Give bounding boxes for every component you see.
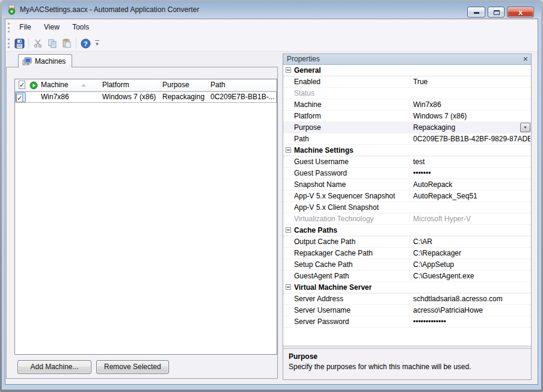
window-content: File View Tools xyxy=(5,19,538,385)
header-checkbox-cell[interactable]: ✓ xyxy=(15,79,27,91)
property-value[interactable]: Repackaging xyxy=(410,122,530,133)
property-value[interactable]: Windows 7 (x86) xyxy=(410,111,530,121)
properties-title: Properties xyxy=(287,55,320,63)
status-play-icon xyxy=(29,81,38,90)
row-purpose[interactable]: Repackaging xyxy=(161,91,209,103)
property-row-enabled[interactable]: EnabledTrue xyxy=(283,76,531,88)
property-value[interactable]: AutoRepack xyxy=(410,179,530,190)
property-row-output-cache-path[interactable]: Output Cache PathC:\AR xyxy=(283,236,531,248)
property-label: Platform xyxy=(294,111,406,121)
cut-button[interactable] xyxy=(31,37,45,50)
category-label: Machine Settings xyxy=(294,145,354,156)
remove-selected-button[interactable]: Remove Selected xyxy=(96,360,169,374)
property-row-setup-cache-path[interactable]: Setup Cache PathC:\AppSetup xyxy=(283,259,531,271)
property-value[interactable]: ••••••••••••• xyxy=(410,316,530,327)
property-row-virtualization-technology[interactable]: Virtualization TechnologyMicrosoft Hyper… xyxy=(283,213,531,225)
row-machine[interactable]: Win7x86 xyxy=(39,91,100,103)
property-value[interactable]: acresso\PatriciaHowe xyxy=(410,305,530,316)
title-bar[interactable]: MyAACSettings.aacx - Automated Applicati… xyxy=(2,1,541,19)
property-row-snapshot-name[interactable]: Snapshot NameAutoRepack xyxy=(283,179,531,191)
property-row-platform[interactable]: PlatformWindows 7 (x86) xyxy=(283,111,531,122)
property-row-app-v-5-x-sequencer-snapshot[interactable]: App-V 5.x Sequencer SnapshotAutoRepack_S… xyxy=(283,191,531,202)
category-row-virtual-machine-server[interactable]: Virtual Machine Server xyxy=(283,282,531,293)
property-value[interactable]: AutoRepack_Seq51 xyxy=(410,191,530,201)
collapse-minus-icon[interactable] xyxy=(286,67,291,73)
paste-button[interactable] xyxy=(60,37,74,50)
property-value[interactable]: Win7x86 xyxy=(410,99,530,110)
header-path[interactable]: Path xyxy=(209,79,277,91)
row-checkbox-checked-icon[interactable]: ✓ xyxy=(16,94,23,102)
property-value[interactable]: C:\Repackager xyxy=(410,248,530,259)
property-row-guestagent-path[interactable]: GuestAgent PathC:\GuestAgent.exe xyxy=(283,271,531,282)
menu-view[interactable]: View xyxy=(38,19,65,35)
property-row-status[interactable]: Status xyxy=(283,88,531,99)
category-row-cache-paths[interactable]: Cache Paths xyxy=(283,225,531,236)
category-row-machine-settings[interactable]: Machine Settings xyxy=(283,145,531,156)
property-row-app-v-5-x-client-snapshot[interactable]: App-V 5.x Client Snapshot xyxy=(283,202,531,213)
property-value[interactable]: C:\GuestAgent.exe xyxy=(410,271,530,281)
property-row-path[interactable]: Path0C209E7B-BB1B-42BF-9829-87ADED2E8 xyxy=(283,133,531,145)
property-row-server-address[interactable]: Server Addressschdtladsaria8.acresso.com xyxy=(283,293,531,305)
category-label: General xyxy=(294,65,321,76)
property-value[interactable]: 0C209E7B-BB1B-42BF-9829-87ADED2E8 xyxy=(410,133,530,144)
machines-tab-icon xyxy=(22,57,32,66)
save-button[interactable] xyxy=(12,37,26,50)
property-value[interactable]: ••••••• xyxy=(410,168,530,179)
property-label: Server Username xyxy=(294,305,406,316)
close-button[interactable]: x xyxy=(507,7,534,17)
property-value[interactable]: schdtladsaria8.acresso.com xyxy=(410,293,530,304)
dropdown-button[interactable]: ▼ xyxy=(520,123,530,132)
category-label: Virtual Machine Server xyxy=(294,282,372,293)
tab-machines-label: Machines xyxy=(35,57,66,66)
menu-tools[interactable]: Tools xyxy=(67,19,94,35)
toolbar-grip-icon[interactable] xyxy=(8,38,10,48)
property-label: Server Address xyxy=(294,293,406,304)
header-platform-label: Platform xyxy=(102,81,129,89)
property-label: Enabled xyxy=(294,76,406,87)
property-description: Purpose Specify the purposes for which t… xyxy=(283,348,531,379)
property-value[interactable]: C:\AppSetup xyxy=(410,259,530,270)
checkbox-checked-icon[interactable]: ✓ xyxy=(19,81,25,89)
properties-close-icon[interactable]: × xyxy=(523,54,528,64)
table-row[interactable]: ✓ Win7x86 Windows 7 (x86) Repackaging 0C… xyxy=(15,91,277,103)
property-row-guest-password[interactable]: Guest Password••••••• xyxy=(283,168,531,179)
row-checkbox-cell[interactable]: ✓ xyxy=(15,91,27,103)
property-row-server-password[interactable]: Server Password••••••••••••• xyxy=(283,316,531,328)
properties-header[interactable]: Properties × xyxy=(283,54,531,65)
property-row-repackager-cache-path[interactable]: Repackager Cache PathC:\Repackager xyxy=(283,248,531,259)
property-value[interactable]: True xyxy=(410,76,530,87)
row-platform[interactable]: Windows 7 (x86) xyxy=(100,91,161,103)
property-row-guest-username[interactable]: Guest Usernametest xyxy=(283,156,531,168)
property-row-purpose[interactable]: PurposeRepackaging▼ xyxy=(283,122,531,133)
add-machine-button[interactable]: Add Machine... xyxy=(17,360,91,374)
minimize-button[interactable] xyxy=(467,7,485,17)
collapse-minus-icon[interactable] xyxy=(286,147,291,153)
category-label: Cache Paths xyxy=(294,225,337,236)
header-purpose[interactable]: Purpose xyxy=(161,79,209,91)
maximize-button[interactable] xyxy=(488,7,505,17)
menu-grip-icon[interactable] xyxy=(8,23,10,32)
row-path[interactable]: 0C209E7B-BB1B-... xyxy=(209,91,277,103)
category-row-general[interactable]: General xyxy=(283,65,531,76)
property-label: Output Cache Path xyxy=(294,236,406,247)
property-value[interactable]: test xyxy=(410,156,530,167)
property-row-machine[interactable]: MachineWin7x86 xyxy=(283,99,531,111)
property-label: App-V 5.x Client Snapshot xyxy=(294,202,406,213)
help-icon: ? xyxy=(81,38,91,49)
property-value[interactable]: Microsoft Hyper-V xyxy=(410,213,530,224)
property-value[interactable]: C:\AR xyxy=(410,236,530,247)
tab-machines[interactable]: Machines xyxy=(18,54,72,67)
toolbar-overflow-icon[interactable]: ▼ xyxy=(94,40,100,47)
app-icon xyxy=(7,5,17,15)
collapse-minus-icon[interactable] xyxy=(286,284,291,290)
collapse-minus-icon[interactable] xyxy=(286,227,291,233)
header-status-cell[interactable] xyxy=(27,79,39,91)
copy-button[interactable] xyxy=(45,37,60,50)
property-row-server-username[interactable]: Server Usernameacresso\PatriciaHowe xyxy=(283,305,531,316)
help-button[interactable]: ? xyxy=(78,37,93,50)
menu-file[interactable]: File xyxy=(14,19,36,35)
property-label: Guest Username xyxy=(294,156,406,167)
header-platform[interactable]: Platform xyxy=(100,79,161,91)
save-icon xyxy=(14,38,25,49)
header-machine[interactable]: Machine xyxy=(39,79,100,91)
